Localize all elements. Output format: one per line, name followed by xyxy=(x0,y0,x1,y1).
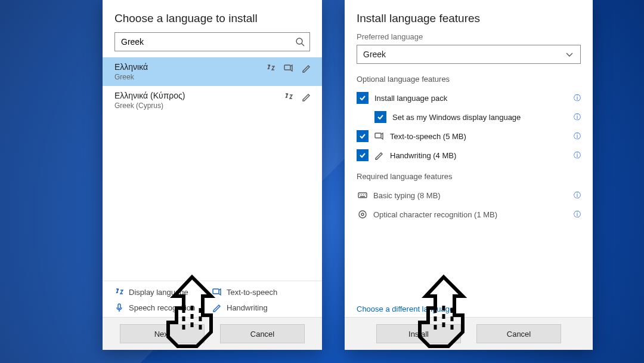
info-icon[interactable]: ⓘ xyxy=(574,150,581,161)
feature-label: Optical character recognition (1 MB) xyxy=(373,210,497,219)
choose-language-dialog: Choose a language to install Ελληνικά Gr… xyxy=(103,0,322,350)
preferred-language-label: Preferred language xyxy=(345,32,593,41)
required-features-list: Basic typing (8 MB) ⓘ Optical character … xyxy=(345,186,593,224)
chevron-down-icon xyxy=(565,50,574,59)
language-english-name: Greek (Cyprus) xyxy=(114,101,310,110)
language-list: Ελληνικά Greek Ελληνικά (Κύπρος) Greek (… xyxy=(103,57,322,115)
feature-label: Install language pack xyxy=(374,94,447,103)
feature-basic-typing: Basic typing (8 MB) ⓘ xyxy=(345,186,593,205)
language-item-greek-cyprus[interactable]: Ελληνικά (Κύπρος) Greek (Cyprus) xyxy=(103,86,322,115)
svg-rect-5 xyxy=(375,133,381,138)
text-to-speech-icon xyxy=(284,63,293,73)
info-icon[interactable]: ⓘ xyxy=(574,190,581,201)
language-search-field[interactable] xyxy=(114,32,310,51)
feature-text-to-speech[interactable]: Text-to-speech (5 MB) ⓘ xyxy=(345,127,593,146)
feature-set-display-language[interactable]: Set as my Windows display language ⓘ xyxy=(345,107,593,127)
feature-label: Text-to-speech (5 MB) xyxy=(390,132,466,141)
feature-label: Basic typing (8 MB) xyxy=(373,191,441,200)
feature-ocr: Optical character recognition (1 MB) ⓘ xyxy=(345,205,593,224)
legend-tts: Text-to-speech xyxy=(212,287,310,297)
checkbox-checked[interactable] xyxy=(357,92,369,104)
handwriting-icon xyxy=(212,303,222,312)
checkbox-checked[interactable] xyxy=(357,130,369,142)
choose-different-language-link[interactable]: Choose a different language xyxy=(345,299,593,317)
language-english-name: Greek xyxy=(114,73,310,81)
svg-rect-4 xyxy=(118,304,120,309)
speech-recognition-icon xyxy=(114,303,124,312)
legend-handwriting: Handwriting xyxy=(212,303,310,312)
feature-legend: Display language Text-to-speech Speech r… xyxy=(103,281,322,317)
feature-install-language-pack[interactable]: Install language pack ⓘ xyxy=(345,88,593,107)
dialog-footer: Next Cancel xyxy=(103,317,322,350)
legend-display: Display language xyxy=(114,287,212,297)
display-language-icon xyxy=(284,92,293,101)
checkbox-checked[interactable] xyxy=(374,111,386,123)
dialog-title: Choose a language to install xyxy=(103,0,322,32)
legend-speech: Speech recognition xyxy=(114,303,212,312)
search-icon xyxy=(295,37,305,47)
required-features-heading: Required language features xyxy=(345,170,593,186)
svg-rect-6 xyxy=(358,193,367,198)
svg-line-1 xyxy=(302,44,304,46)
svg-point-8 xyxy=(361,213,364,216)
svg-point-7 xyxy=(359,211,366,218)
display-language-icon xyxy=(114,287,124,297)
svg-rect-3 xyxy=(213,289,219,294)
language-search-input[interactable] xyxy=(120,36,295,47)
ocr-icon xyxy=(358,210,367,219)
next-button[interactable]: Next xyxy=(120,324,205,343)
handwriting-icon xyxy=(302,92,311,101)
handwriting-icon xyxy=(374,150,384,160)
feature-handwriting[interactable]: Handwriting (4 MB) ⓘ xyxy=(345,146,593,165)
feature-label: Set as my Windows display language xyxy=(392,113,521,122)
handwriting-icon xyxy=(302,63,311,73)
language-native-name: Ελληνικά (Κύπρος) xyxy=(114,91,310,100)
cancel-button[interactable]: Cancel xyxy=(220,324,305,343)
info-icon[interactable]: ⓘ xyxy=(574,131,581,141)
svg-rect-2 xyxy=(284,65,290,70)
install-button[interactable]: Install xyxy=(376,324,461,343)
display-language-icon xyxy=(266,63,275,73)
info-icon[interactable]: ⓘ xyxy=(574,112,581,122)
install-language-features-dialog: Install language features Preferred lang… xyxy=(345,0,593,350)
text-to-speech-icon xyxy=(212,287,222,297)
svg-point-0 xyxy=(296,38,302,44)
preferred-language-value: Greek xyxy=(363,50,386,59)
checkbox-checked[interactable] xyxy=(357,149,369,161)
info-icon[interactable]: ⓘ xyxy=(574,210,581,220)
info-icon[interactable]: ⓘ xyxy=(574,93,581,103)
dialog-title: Install language features xyxy=(345,0,593,32)
dialog-footer: Install Cancel xyxy=(345,317,593,350)
optional-features-heading: Optional language features xyxy=(345,72,593,88)
keyboard-icon xyxy=(358,190,367,200)
text-to-speech-icon xyxy=(374,131,384,141)
feature-label: Handwriting (4 MB) xyxy=(390,151,456,160)
preferred-language-select[interactable]: Greek xyxy=(357,45,581,64)
cancel-button[interactable]: Cancel xyxy=(476,324,561,343)
language-item-greek[interactable]: Ελληνικά Greek xyxy=(103,57,322,86)
